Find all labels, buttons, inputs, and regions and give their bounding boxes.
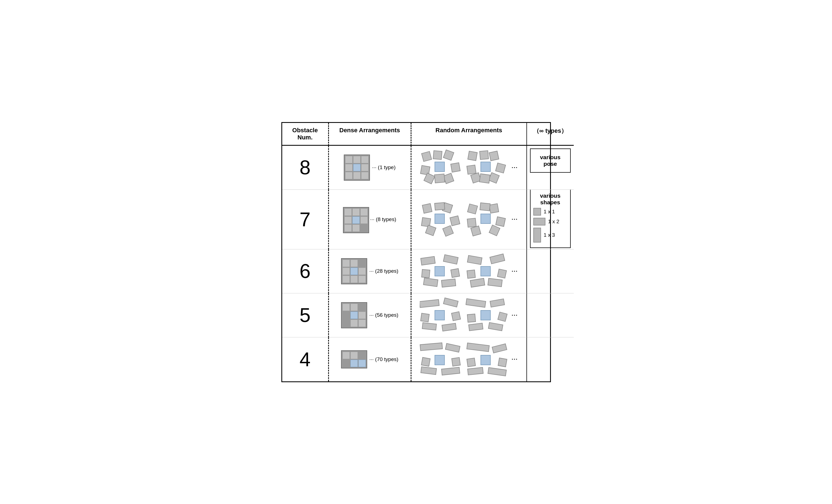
- header-dense: Dense Arrangements: [329, 123, 412, 146]
- svg-rect-46: [470, 278, 485, 287]
- types-label-5: ··· (56 types): [369, 312, 398, 318]
- svg-rect-31: [471, 226, 481, 236]
- svg-rect-0: [435, 162, 444, 171]
- random-cluster-6b: [466, 253, 508, 289]
- svg-rect-32: [489, 225, 500, 236]
- svg-rect-4: [451, 163, 461, 173]
- shape-1x1-icon: [533, 208, 541, 216]
- svg-rect-68: [441, 367, 460, 375]
- row-6-num: 6: [282, 249, 329, 293]
- row-5-random: ···: [412, 293, 527, 337]
- dense-grid-6: [341, 258, 367, 284]
- svg-rect-28: [489, 204, 499, 213]
- svg-rect-67: [421, 367, 437, 374]
- random-cluster-6a: [420, 253, 462, 289]
- svg-rect-11: [489, 151, 499, 161]
- dots-6: ···: [512, 268, 518, 274]
- svg-rect-30: [496, 217, 505, 227]
- dots-8: ···: [512, 164, 518, 171]
- svg-rect-24: [443, 226, 453, 236]
- row-6-dense: ··· (28 types): [329, 249, 412, 293]
- shape-1x3-icon: [533, 228, 541, 242]
- svg-rect-40: [441, 279, 456, 287]
- svg-rect-33: [480, 203, 490, 211]
- svg-rect-53: [422, 322, 437, 330]
- random-cluster-4b: [466, 342, 508, 377]
- svg-rect-73: [498, 358, 507, 367]
- row-7-random: ···: [412, 190, 527, 249]
- row-4-random: ···: [412, 337, 527, 381]
- svg-rect-56: [466, 299, 486, 308]
- row-8-num: 8: [282, 146, 329, 190]
- row-8-random: ···: [412, 146, 527, 190]
- svg-rect-2: [443, 150, 454, 160]
- row-5-dense: ··· (56 types): [329, 293, 412, 337]
- legend-empty-5: [527, 293, 574, 337]
- svg-rect-66: [451, 357, 461, 366]
- svg-rect-57: [490, 299, 505, 307]
- svg-rect-37: [422, 269, 430, 278]
- types-label-8: ··· (1 type): [372, 164, 396, 170]
- svg-rect-58: [467, 314, 475, 322]
- dense-grid-4: [341, 350, 367, 368]
- random-cluster-5b: [466, 297, 508, 333]
- svg-rect-10: [468, 151, 477, 161]
- svg-rect-7: [433, 151, 442, 160]
- svg-rect-47: [488, 278, 502, 287]
- svg-rect-64: [445, 343, 460, 352]
- svg-rect-13: [496, 163, 506, 173]
- random-cluster-7a: [420, 202, 462, 237]
- legend-empty-6: [527, 249, 574, 293]
- svg-rect-12: [467, 165, 476, 174]
- shape-1x1-label: 1 x 1: [544, 209, 555, 215]
- random-cluster-7b: [466, 202, 508, 237]
- svg-rect-62: [435, 355, 444, 365]
- svg-rect-29: [467, 218, 476, 227]
- shape-1x3-label: 1 x 3: [544, 232, 555, 238]
- shape-1x2-icon: [533, 218, 545, 226]
- svg-rect-65: [421, 357, 430, 366]
- svg-rect-52: [451, 312, 461, 321]
- shape-1x2-label: 1 x 2: [548, 219, 560, 224]
- svg-rect-27: [468, 204, 478, 214]
- svg-rect-17: [479, 174, 490, 183]
- svg-rect-48: [435, 311, 444, 320]
- header-random: Random Arrangements: [412, 123, 527, 146]
- svg-rect-9: [481, 162, 490, 171]
- svg-rect-72: [467, 358, 475, 367]
- random-cluster-8a: [420, 150, 462, 185]
- dots-7: ···: [512, 216, 518, 222]
- shape-1x1-row: 1 x 1: [533, 208, 567, 216]
- dense-grid-7: [343, 207, 368, 232]
- svg-rect-36: [443, 255, 458, 264]
- legend-empty-4: [527, 337, 574, 381]
- pose-box: variouspose: [530, 149, 571, 173]
- svg-rect-18: [435, 214, 444, 223]
- svg-rect-34: [435, 266, 444, 276]
- dense-grid-5: [341, 302, 367, 328]
- header-obstacle-num: Obstacle Num.: [282, 123, 329, 146]
- svg-rect-75: [488, 367, 506, 376]
- legend-pose: variouspose: [527, 146, 574, 190]
- row-6-random: ···: [412, 249, 527, 293]
- random-cluster-5a: [420, 297, 462, 333]
- svg-rect-39: [423, 278, 438, 287]
- random-cluster-4a: [420, 342, 462, 377]
- row-8-dense: ··· (1 type): [329, 146, 412, 190]
- svg-rect-19: [422, 204, 432, 213]
- svg-rect-41: [481, 266, 490, 276]
- header-types: （∞ types）: [527, 123, 574, 146]
- shapes-box: variousshapes 1 x 1 1 x 2 1 x 3: [530, 190, 571, 248]
- svg-rect-69: [481, 355, 490, 365]
- svg-rect-49: [420, 299, 439, 308]
- svg-rect-42: [467, 256, 482, 265]
- svg-rect-54: [442, 323, 457, 331]
- svg-rect-60: [469, 323, 483, 331]
- svg-rect-55: [481, 311, 490, 320]
- svg-rect-15: [489, 173, 499, 183]
- svg-rect-51: [420, 313, 430, 322]
- shapes-title: variousshapes: [533, 192, 567, 206]
- svg-rect-1: [422, 152, 432, 162]
- dots-4: ···: [512, 356, 518, 363]
- random-cluster-8b: [466, 150, 508, 185]
